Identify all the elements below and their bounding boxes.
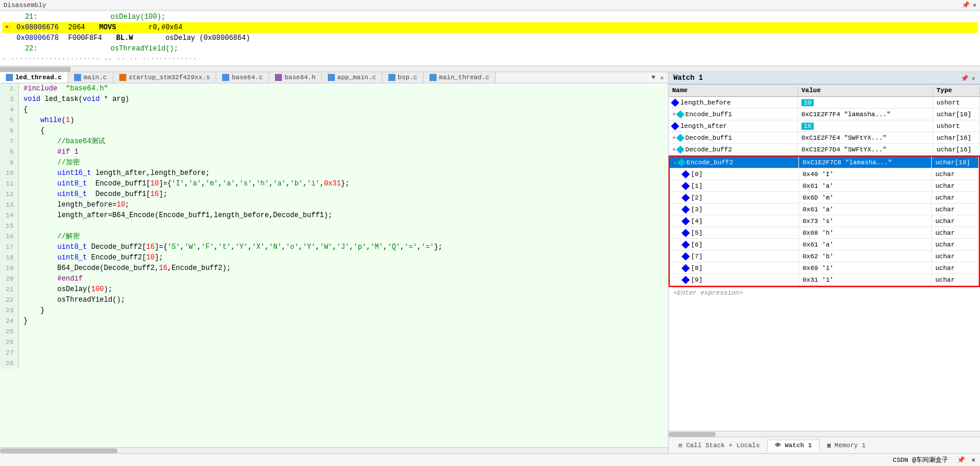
watch-header: Watch 1 📌 ✕ — [669, 72, 980, 85]
dis-indicator — [2, 43, 12, 54]
bottom-bar-right-text: CSDN @车间涮盒子 📌 ✕ — [893, 455, 975, 464]
tab-main-c[interactable]: main.c — [68, 72, 113, 83]
watch-header-actions: 📌 ✕ — [961, 75, 975, 82]
tab-icon-c — [222, 74, 229, 81]
tab-label-startup-s: startup_stm32f429xx.s — [129, 74, 210, 81]
watch-enter-expression[interactable]: <Enter expression> — [669, 287, 980, 298]
tab-startup-s[interactable]: startup_stm32f429xx.s — [113, 72, 217, 83]
pin-icon-bottom[interactable]: 📌 — [957, 457, 965, 464]
pin-icon[interactable]: 📌 — [962, 1, 970, 9]
tab-main-thread-c[interactable]: main_thread.c — [424, 72, 496, 83]
tab-label-base64-c: base64.c — [231, 74, 263, 81]
watch-cell-value: 0x73 's' — [799, 215, 932, 227]
watch-cell-value: 0x61 'a' — [799, 204, 932, 215]
dis-addr: 0x08006678 — [16, 33, 59, 43]
code-line-16: 16 //解密 — [0, 231, 668, 242]
code-content: { — [19, 126, 668, 136]
watch-row-idx-7[interactable]: [7] 0x62 'b' uchar — [670, 251, 979, 262]
tab-led-thread-c[interactable]: led_thread.c — [0, 72, 68, 83]
code-scroll-thumb[interactable] — [0, 448, 118, 453]
watch-cell-type: uchar — [932, 204, 979, 215]
dis-ops: osDelay (0x08006864) — [166, 33, 250, 43]
tab-icon-s — [119, 74, 126, 81]
disassembly-scroll-h[interactable] — [0, 66, 980, 72]
watch-row-idx-4[interactable]: [4] 0x73 's' uchar — [670, 215, 979, 227]
watch-cell-value: 0x62 'b' — [799, 251, 932, 262]
watch-scroll-h[interactable] — [669, 431, 980, 437]
watch-cell-value: 16 — [798, 120, 933, 131]
code-scroll-h[interactable] — [0, 447, 668, 453]
tab-icon-h — [275, 74, 282, 81]
watch-cell-name: [2] — [670, 192, 799, 203]
tab-icon-c — [429, 74, 437, 81]
code-line-3: 3 void led_task(void * arg) — [0, 94, 668, 104]
dis-indicator — [2, 12, 12, 22]
line-number: 28 — [0, 358, 19, 369]
line-number: 13 — [0, 200, 19, 210]
watch-icon-diamond-blue — [682, 217, 690, 225]
watch-row-length-after[interactable]: length_after 16 ushort — [669, 120, 980, 132]
tab-app-main-c[interactable]: app_main.c — [322, 72, 382, 83]
tab-menu-btn[interactable]: ▼ — [650, 74, 657, 82]
code-content: length_before=10; — [19, 200, 668, 210]
tab-close-btn[interactable]: ✕ — [658, 74, 666, 82]
close-icon-bottom[interactable]: ✕ — [971, 457, 975, 464]
watch-row-decode-buff2[interactable]: + Decode_buff2 0xC1E2F7D4 "SWFtYX..." uc… — [669, 144, 980, 156]
watch-close-icon[interactable]: ✕ — [971, 75, 975, 82]
watch-row-length-before[interactable]: length_before 10 ushort — [669, 97, 980, 109]
watch-icon-diamond-blue — [682, 193, 690, 201]
tab-label-bsp-c: bsp.c — [398, 74, 417, 81]
watch-cell-value: 0xC1E2F7C8 "lamasha..." — [799, 157, 932, 168]
watch-pin-icon[interactable]: 📌 — [961, 75, 969, 82]
watch-cell-type: uchar[10] — [932, 157, 979, 168]
watch-row-idx-1[interactable]: [1] 0x61 'a' uchar — [670, 180, 979, 192]
watch-cell-value: 0x69 'i' — [799, 262, 932, 273]
dis-arrow: ➤ — [2, 22, 12, 33]
tab-base64-h[interactable]: base64.h — [269, 72, 322, 83]
watch-name-idx-2: [2] — [691, 194, 703, 201]
watch-name-length-before: length_before — [680, 99, 731, 106]
bottom-tab-call-stack[interactable]: ⊞ Call Stack + Locals — [671, 440, 767, 451]
watch-row-idx-8[interactable]: [8] 0x69 'i' uchar — [670, 262, 979, 274]
code-editor[interactable]: 2 #include "base64.h" 3 void led_task(vo… — [0, 83, 668, 447]
code-content: //解密 — [19, 231, 668, 242]
close-disassembly-icon[interactable]: ✕ — [972, 1, 976, 9]
watch-cell-value: 0x49 'I' — [799, 168, 932, 180]
watch-name-idx-4: [4] — [691, 218, 703, 225]
tab-bsp-c[interactable]: bsp.c — [382, 72, 424, 83]
watch-row-idx-3[interactable]: [3] 0x61 'a' uchar — [670, 204, 979, 215]
watch-name-idx-3: [3] — [691, 206, 703, 213]
watch-row-idx-2[interactable]: [2] 0x6D 'm' uchar — [670, 192, 979, 204]
watch-row-encode-buff1[interactable]: + Encode_buff1 0xC1E2F7F4 "lamasha..." u… — [669, 109, 980, 120]
watch-row-idx-0[interactable]: [0] 0x49 'I' uchar — [670, 168, 979, 180]
watch-cell-type: ushort — [933, 97, 980, 108]
watch-icon-diamond-blue — [682, 181, 690, 190]
watch-cell-type: uchar — [932, 251, 979, 262]
code-panel: led_thread.c main.c startup_stm32f429xx.… — [0, 72, 669, 453]
watch-cell-type: uchar — [932, 239, 979, 250]
watch-row-decode-buff1[interactable]: + Decode_buff1 0xC1E2F7E4 "SWFtYX..." uc… — [669, 132, 980, 144]
bottom-tab-watch-1[interactable]: 👁 Watch 1 — [767, 440, 820, 451]
watch-cell-name: length_after — [669, 120, 798, 131]
watch-row-encode-buff2[interactable]: - Encode_buff2 0xC1E2F7C8 "lamasha..." u… — [670, 157, 979, 168]
watch-cell-name: [4] — [670, 215, 799, 227]
line-number: 7 — [0, 136, 19, 147]
tab-base64-c[interactable]: base64.c — [216, 72, 269, 83]
watch-name-encode-buff1: Encode_buff1 — [686, 111, 732, 118]
line-number: 20 — [0, 273, 19, 284]
watch-row-idx-5[interactable]: [5] 0x68 'h' uchar — [670, 227, 979, 239]
watch-title: Watch 1 — [673, 74, 703, 82]
tab-icon-c — [74, 74, 81, 81]
dis-line-num: 21: — [16, 12, 38, 22]
dis-mnem: MOVS — [99, 22, 135, 33]
watch-icon-diamond-blue — [682, 228, 690, 237]
line-number: 12 — [0, 189, 19, 200]
watch-row-idx-6[interactable]: [6] 0x61 'a' uchar — [670, 239, 979, 251]
watch-row-idx-9[interactable]: [9] 0x31 '1' uchar — [670, 274, 979, 286]
watch-table[interactable]: length_before 10 ushort + Encode_buff1 0… — [669, 97, 980, 431]
watch-cell-name: + Decode_buff1 — [669, 132, 798, 143]
watch-scroll-thumb[interactable] — [669, 432, 716, 437]
scroll-thumb[interactable] — [0, 67, 71, 72]
watch-cell-value: 0x68 'h' — [799, 227, 932, 238]
bottom-tab-memory-1[interactable]: ▦ Memory 1 — [820, 440, 873, 451]
